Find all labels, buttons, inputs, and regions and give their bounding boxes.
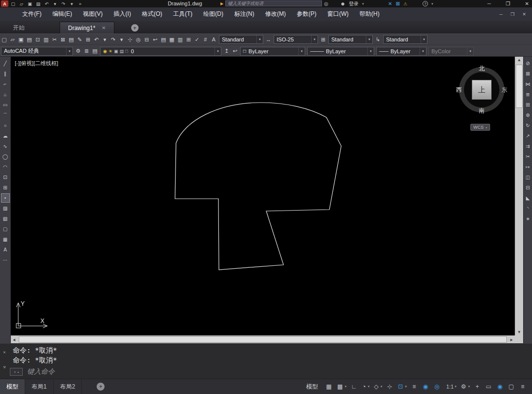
- annotation-scale[interactable]: 1:1 ▾: [444, 382, 458, 392]
- polygon-icon[interactable]: ⌂: [1, 90, 9, 99]
- tab-drawing1[interactable]: Drawing1* ✕: [60, 22, 114, 34]
- annotation-autoscale-icon[interactable]: ◎: [432, 382, 442, 392]
- horizontal-scrollbar[interactable]: ◂ ▸: [11, 335, 515, 343]
- lineweight-combo[interactable]: —— ByLayer ▾: [376, 47, 426, 56]
- viewcube-north-label[interactable]: 北: [479, 65, 485, 73]
- autocad-logo-icon[interactable]: A: [1, 0, 8, 7]
- snap-mode-icon[interactable]: ▩ ▾: [336, 382, 348, 392]
- scroll-down-icon[interactable]: ▼: [515, 330, 523, 334]
- menu-item[interactable]: 视图(V): [77, 7, 108, 21]
- tool-palettes-icon[interactable]: ▥: [176, 35, 184, 44]
- scale-icon[interactable]: ↗: [524, 132, 532, 140]
- command-input[interactable]: 键入命令: [27, 367, 55, 376]
- recent-commands-button[interactable]: › ▾: [10, 368, 23, 376]
- table-style-icon[interactable]: ⊞: [319, 35, 327, 44]
- block-editor-icon[interactable]: ⊞: [84, 35, 92, 44]
- doc-minimize-icon[interactable]: ─: [499, 12, 502, 17]
- sign-in-caret-icon[interactable]: ▾: [362, 2, 364, 6]
- annotation-visibility-icon[interactable]: ◉: [421, 382, 431, 392]
- fillet-icon[interactable]: ◝: [524, 204, 532, 213]
- text-style-icon[interactable]: A: [210, 35, 218, 44]
- viewcube-east-label[interactable]: 东: [501, 86, 507, 94]
- new-layout-button[interactable]: +: [97, 383, 105, 391]
- open-icon[interactable]: ▱: [8, 35, 17, 44]
- viewcube-top-face[interactable]: 上: [472, 80, 492, 100]
- combo-caret-icon[interactable]: ▾: [311, 36, 318, 43]
- ellipse-arc-icon[interactable]: ◠: [1, 163, 9, 171]
- annotation-monitor-icon[interactable]: +: [473, 382, 483, 392]
- layout2-tab[interactable]: 布局2: [54, 379, 82, 394]
- new-icon[interactable]: ▢: [0, 35, 8, 44]
- osnap-icon[interactable]: ⊡ ▾: [396, 382, 408, 392]
- revision-cloud-icon[interactable]: ☁: [1, 132, 9, 140]
- minimize-icon[interactable]: ─: [488, 1, 491, 6]
- graphics-performance-icon[interactable]: ◉: [496, 382, 505, 392]
- layer-properties-icon[interactable]: ≣: [82, 47, 91, 56]
- maximize-icon[interactable]: ❐: [506, 1, 510, 6]
- tab-close-icon[interactable]: ✕: [102, 25, 106, 31]
- cut-icon[interactable]: ✂: [50, 35, 59, 44]
- menu-item[interactable]: 窗口(W): [322, 7, 354, 21]
- combo-caret-icon[interactable]: ▾: [214, 47, 221, 55]
- make-object-layer-current-icon[interactable]: ↥: [222, 47, 231, 56]
- print-icon[interactable]: ▤: [35, 0, 42, 7]
- layer-color-icon[interactable]: □: [125, 49, 128, 54]
- pan-icon[interactable]: ⊹: [126, 35, 134, 44]
- polyline-icon[interactable]: ⌐: [1, 80, 9, 88]
- layer-freeze-icon[interactable]: ☀: [108, 49, 112, 54]
- zoom-window-icon[interactable]: ⊟: [142, 35, 151, 44]
- workspace-settings-icon[interactable]: ⚙: [74, 47, 82, 56]
- vertical-scroll-thumb[interactable]: [516, 65, 523, 108]
- grid-icon[interactable]: ▦: [324, 382, 334, 392]
- menu-item[interactable]: 插入(I): [108, 7, 136, 21]
- undo-icon[interactable]: ↶: [92, 35, 101, 44]
- plot-preview-icon[interactable]: ⊡: [34, 35, 42, 44]
- search-flyout-icon[interactable]: ▶: [220, 1, 223, 6]
- command-close-icon[interactable]: ✕: [3, 350, 5, 355]
- plot-icon[interactable]: ▤: [25, 35, 34, 44]
- horizontal-scroll-thumb[interactable]: [19, 336, 507, 343]
- lineweight-icon[interactable]: ≡: [410, 382, 420, 392]
- model-space-toggle[interactable]: 模型: [306, 383, 318, 391]
- menu-item[interactable]: 格式(O): [137, 7, 168, 21]
- layout1-tab[interactable]: 布局1: [25, 379, 54, 394]
- scroll-right-icon[interactable]: ▸: [510, 337, 513, 342]
- help-icon[interactable]: ?: [423, 1, 428, 6]
- arc-icon[interactable]: ⌒: [1, 111, 9, 119]
- designcenter-icon[interactable]: ▦: [168, 35, 176, 44]
- insert-block-icon[interactable]: ⊡: [1, 173, 9, 181]
- ortho-icon[interactable]: ∟: [350, 382, 359, 392]
- search-input[interactable]: 键入关键字或短语: [225, 0, 322, 6]
- alert-icon[interactable]: ⚠: [403, 1, 407, 6]
- make-block-icon[interactable]: ⊞: [1, 183, 9, 192]
- explode-icon[interactable]: ∗: [524, 215, 532, 223]
- model-tab[interactable]: 模型: [0, 379, 25, 394]
- rotate-icon[interactable]: ↻: [524, 121, 532, 130]
- redo-icon[interactable]: ↷: [60, 0, 67, 7]
- table-icon[interactable]: ▦: [1, 235, 9, 244]
- construction-line-icon[interactable]: ∥: [1, 70, 9, 78]
- copy-icon[interactable]: ⊠: [59, 35, 67, 44]
- mtext-icon[interactable]: A: [1, 246, 9, 254]
- combo-caret-icon[interactable]: ▾: [366, 36, 372, 43]
- draw-more-icon[interactable]: ⋯: [1, 256, 9, 264]
- table-style-combo[interactable]: Standard ▾: [328, 35, 373, 44]
- polyline-shape[interactable]: [175, 103, 341, 270]
- help-caret-icon[interactable]: ▾: [431, 2, 433, 6]
- scroll-up-icon[interactable]: ▲: [515, 58, 523, 62]
- open-icon[interactable]: ▱: [18, 0, 25, 7]
- quickcalc-icon[interactable]: #: [201, 35, 210, 44]
- redo-caret-icon[interactable]: ▾: [117, 35, 126, 44]
- search-icon[interactable]: ◎: [324, 1, 328, 6]
- hatch-icon[interactable]: ▨: [1, 204, 9, 213]
- polar-tracking-icon[interactable]: ◔ ▾: [361, 382, 371, 392]
- viewcube-south-label[interactable]: 南: [479, 107, 485, 115]
- workspace-switching-icon[interactable]: ⚙ ▾: [460, 382, 471, 392]
- viewport-controls[interactable]: [-][俯视][二维线框]: [15, 60, 58, 67]
- stretch-icon[interactable]: ⇉: [524, 142, 532, 150]
- match-properties-icon[interactable]: ✎: [75, 35, 84, 44]
- redo-caret-icon[interactable]: ▾: [68, 0, 75, 7]
- menu-item[interactable]: 文件(F): [17, 7, 47, 21]
- viewcube-west-label[interactable]: 西: [456, 86, 462, 94]
- mleader-style-icon[interactable]: ↳: [374, 35, 382, 44]
